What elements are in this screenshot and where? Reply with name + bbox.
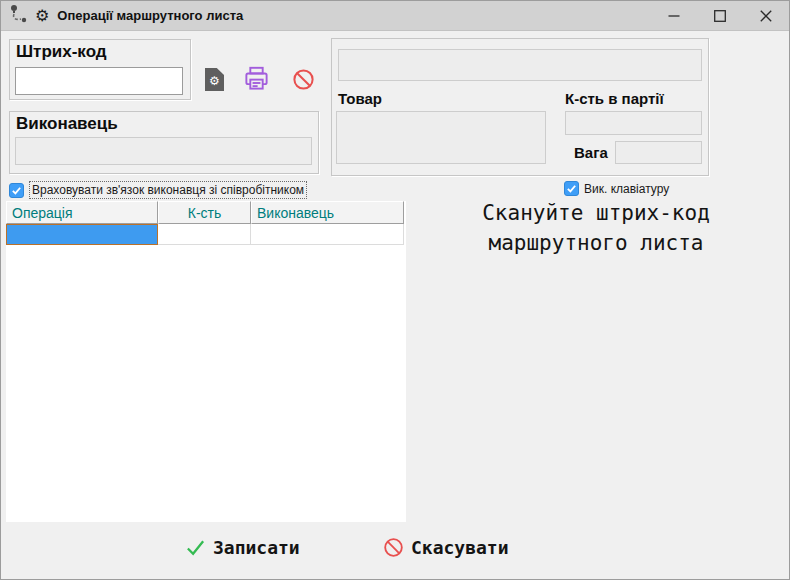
save-button[interactable]: Записати bbox=[185, 537, 300, 558]
cancel-button[interactable]: Скасувати bbox=[383, 537, 509, 558]
table-row[interactable] bbox=[6, 224, 406, 245]
grid-header-qty[interactable]: К-сть bbox=[158, 201, 251, 224]
product-field bbox=[336, 111, 546, 164]
batch-qty-label: К-сть в партії bbox=[565, 90, 664, 107]
close-button[interactable] bbox=[743, 1, 789, 31]
executor-group-label: Виконавець bbox=[16, 114, 118, 134]
batch-qty-field bbox=[565, 111, 702, 135]
barcode-group-label: Штрих-код bbox=[16, 42, 107, 62]
link-executor-checkbox[interactable]: Враховувати зв'язок виконавця зі співроб… bbox=[9, 181, 307, 199]
weight-field bbox=[615, 141, 702, 164]
grid-header-executor[interactable]: Виконавець bbox=[251, 201, 404, 224]
cancel-button-label: Скасувати bbox=[411, 537, 509, 558]
executor-group: Виконавець bbox=[9, 111, 319, 174]
window-controls bbox=[651, 1, 789, 31]
maximize-icon bbox=[714, 10, 726, 22]
window-title: Операції маршрутного листа bbox=[57, 8, 243, 23]
minimize-icon bbox=[668, 10, 680, 22]
weight-label: Вага bbox=[574, 144, 608, 161]
scan-hint-line1: Скануйте штрих-код bbox=[409, 198, 783, 228]
scanned-route-field bbox=[338, 49, 702, 81]
close-icon bbox=[760, 10, 772, 22]
grid-cell-operation-selected[interactable] bbox=[6, 224, 158, 245]
use-keyboard-label: Вик. клавіатуру bbox=[584, 182, 669, 196]
barcode-group: Штрих-код bbox=[9, 39, 191, 100]
maximize-button[interactable] bbox=[697, 1, 743, 31]
operations-grid[interactable]: Операція К-сть Виконавець bbox=[6, 201, 406, 522]
titlebar-icons: ⚙ bbox=[8, 3, 49, 29]
grid-cell-executor[interactable] bbox=[251, 224, 404, 245]
executor-field bbox=[15, 137, 312, 165]
product-label: Товар bbox=[338, 90, 382, 107]
document-gear-icon[interactable]: ⚙ bbox=[205, 68, 224, 91]
minimize-button[interactable] bbox=[651, 1, 697, 31]
print-icon[interactable] bbox=[243, 65, 270, 96]
checkbox-checked-icon bbox=[564, 181, 579, 196]
cancel-barcode-ban-icon[interactable] bbox=[292, 68, 315, 95]
titlebar: ⚙ Операції маршрутного листа bbox=[1, 1, 789, 31]
route-icon bbox=[8, 3, 30, 29]
link-executor-label: Враховувати зв'язок виконавця зі співроб… bbox=[29, 181, 307, 199]
details-group: Товар К-сть в партії Вага bbox=[331, 38, 709, 176]
checkbox-checked-icon bbox=[9, 183, 24, 198]
barcode-input[interactable] bbox=[15, 67, 183, 95]
gear-icon: ⚙ bbox=[35, 8, 49, 24]
save-button-label: Записати bbox=[213, 537, 300, 558]
check-icon bbox=[185, 537, 206, 558]
scan-hint: Скануйте штрих-код маршрутного листа bbox=[409, 198, 783, 258]
use-keyboard-checkbox[interactable]: Вик. клавіатуру bbox=[564, 181, 669, 196]
grid-cell-qty[interactable] bbox=[158, 224, 251, 245]
grid-header-operation[interactable]: Операція bbox=[6, 201, 158, 224]
app-window: ⚙ Операції маршрутного листа bbox=[0, 0, 790, 580]
scan-hint-line2: маршрутного листа bbox=[409, 228, 783, 258]
grid-header: Операція К-сть Виконавець bbox=[6, 201, 406, 224]
ban-icon bbox=[383, 537, 404, 558]
